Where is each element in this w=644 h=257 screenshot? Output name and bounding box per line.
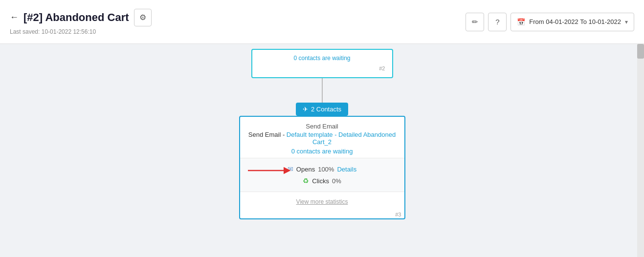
node-type-label: Send Email [248,123,397,130]
contacts-badge-label: 2 Contacts [311,106,341,113]
view-more-section: View more statistics [240,192,404,211]
help-icon: ? [495,18,499,26]
date-range-button[interactable]: 📅 From 04-01-2022 To 10-01-2022 ▾ [511,13,634,31]
clicks-stat-row: ♻ Clicks 0% [248,175,397,187]
opens-label: Opens [296,166,315,173]
red-arrow-svg [248,165,292,176]
back-icon: ← [10,12,19,22]
main-node-header: Send Email Send Email - Default template… [240,117,404,158]
main-node-stats: ✉ Opens 100% Details ♻ Clicks 0% [240,158,404,192]
view-more-link[interactable]: View more statistics [296,198,348,205]
flow-canvas: 0 contacts are waiting #2 ✈ 2 Contacts S… [0,44,644,257]
node-description: Send Email - Default template - Detailed… [248,131,397,146]
last-saved-label: Last saved: 10-01-2022 12:56:10 [10,28,152,35]
header-right: ✏ ? 📅 From 04-01-2022 To 10-01-2022 ▾ [466,13,634,31]
date-range-label: From 04-01-2022 To 10-01-2022 [529,18,621,25]
top-node-waiting[interactable]: 0 contacts are waiting [259,55,385,62]
main-node[interactable]: Send Email Send Email - Default template… [239,116,405,219]
contacts-waiting-label: 0 contacts are waiting [248,148,397,155]
contacts-badge[interactable]: ✈ 2 Contacts [296,103,348,116]
clicks-label: Clicks [312,177,329,185]
connector-line-1 [322,78,323,103]
header-title-row: ← [#2] Abandoned Cart ⚙ [10,9,152,26]
edit-button[interactable]: ✏ [466,13,484,31]
settings-button[interactable]: ⚙ [134,9,152,26]
flow-container: 0 contacts are waiting #2 ✈ 2 Contacts S… [224,44,420,219]
back-button[interactable]: ← [10,12,19,22]
help-button[interactable]: ? [488,13,507,31]
page-title: [#2] Abandoned Cart [23,11,129,24]
main-node-number: #3 [240,211,404,218]
node-desc-prefix: Send Email - [248,131,287,138]
opens-pct: 100% [318,166,334,173]
opens-details-link[interactable]: Details [337,166,356,173]
send-icon: ✈ [303,106,308,113]
top-node-number: #2 [379,65,385,71]
scrollbar-track[interactable] [637,44,644,257]
header: ← [#2] Abandoned Cart ⚙ Last saved: 10-0… [0,0,644,44]
edit-icon: ✏ [472,18,478,26]
chevron-down-icon: ▾ [625,19,628,25]
gear-icon: ⚙ [139,13,146,22]
top-node[interactable]: 0 contacts are waiting #2 [251,49,393,78]
recycle-icon: ♻ [303,177,309,185]
calendar-icon: 📅 [517,18,525,26]
arrow-annotation [248,165,292,176]
scrollbar-thumb[interactable] [637,44,644,59]
header-left: ← [#2] Abandoned Cart ⚙ Last saved: 10-0… [10,9,152,35]
template-link[interactable]: Default template - Detailed Abandoned Ca… [287,131,396,146]
clicks-pct: 0% [332,177,341,185]
